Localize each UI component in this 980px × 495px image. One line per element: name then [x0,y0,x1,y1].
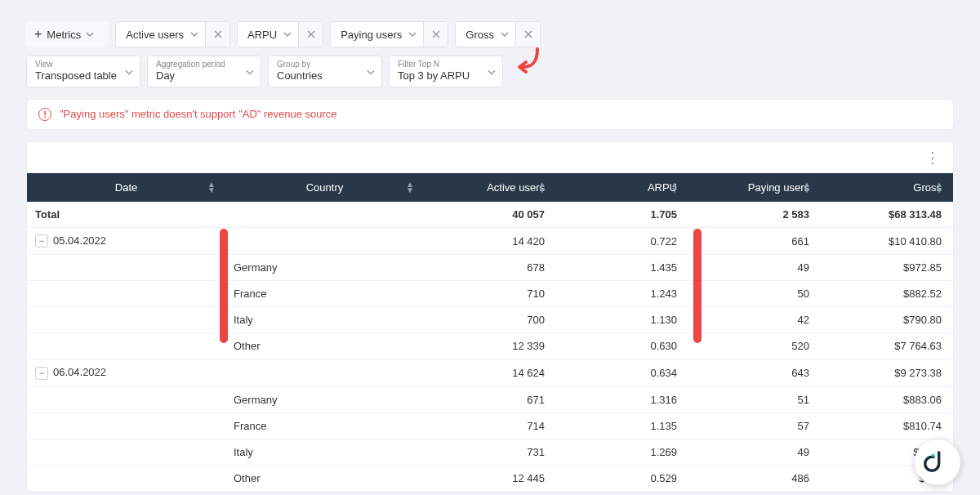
table-row: France7101.24350$882.52 [27,281,953,307]
total-active-users: 40 057 [424,202,556,228]
kebab-menu-icon[interactable]: ⋮ [925,149,940,167]
col-gross[interactable]: Gross▲▼ [821,173,953,202]
country-cell: France [225,281,424,307]
chevron-down-icon [125,65,133,78]
cell-arpu: 1.135 [556,413,688,439]
cell-paying-users: 49 [688,255,821,281]
chevron-down-icon [86,32,100,37]
cell-gross: $883.06 [821,387,953,413]
cell-paying-users: 486 [688,466,821,492]
brand-logo[interactable] [915,439,960,485]
cell-arpu: 1.130 [556,307,688,333]
country-cell: Italy [225,307,424,333]
remove-chip-button[interactable] [423,22,448,47]
cell-gross: $9 273.38 [821,359,953,387]
report-card: ⋮ Date▲▼ Country▲▼ Active users▲▼ ARPU▲▼… [26,141,954,493]
view-label: View [35,60,131,69]
table-row: Other12 3390.630520$7 764.63 [27,333,953,359]
metric-chip[interactable]: Active users [115,21,230,47]
total-row: Total 40 057 1.705 2 583 $68 313.48 [27,202,953,228]
col-active-users[interactable]: Active users▲▼ [424,173,556,202]
metrics-toolbar: + Metrics Active usersARPUPaying usersGr… [0,0,980,56]
warning-banner: ! "Paying users" metric doesn't support … [26,99,954,130]
view-dropdown[interactable]: View Transposed table [26,56,140,87]
chevron-down-icon [246,65,254,78]
warning-icon: ! [38,108,51,121]
aggregation-label: Aggregation period [156,60,252,69]
remove-chip-button[interactable] [515,22,540,47]
cell-active-users: 14 420 [424,227,556,255]
cell-active-users: 714 [424,413,556,439]
table-row: −05.04.202214 4200.722661$10 410.80 [27,227,953,255]
chevron-down-icon [488,65,496,78]
cell-active-users: 671 [424,387,556,413]
view-value: Transposed table [35,69,131,83]
chip-label: Paying users [331,29,408,41]
chevron-down-icon [283,32,298,37]
table-row: −06.04.202214 6240.634643$9 273.38 [27,359,953,387]
metric-chip[interactable]: ARPU [237,21,323,47]
metrics-label: Metrics [47,29,81,41]
metric-chip[interactable]: Paying users [330,21,448,47]
cell-arpu: 1.243 [556,281,688,307]
col-paying-users[interactable]: Paying users▲▼ [688,173,821,202]
cell-paying-users: 51 [688,387,821,413]
filter-value: Top 3 by ARPU [398,69,494,83]
table-row: Italy7001.13042$790.80 [27,307,953,333]
cell-gross: $972.85 [821,255,953,281]
cell-gross: $790.80 [821,307,953,333]
chevron-down-icon [367,65,375,78]
country-cell: Other [225,466,424,492]
cell-paying-users: 520 [688,333,821,359]
collapse-button[interactable]: − [35,367,48,380]
aggregation-dropdown[interactable]: Aggregation period Day [147,56,261,87]
cell-arpu: 0.529 [556,466,688,492]
country-cell: Germany [225,255,424,281]
chevron-down-icon [501,32,515,37]
cell-arpu: 1.269 [556,439,688,466]
sort-icon: ▲▼ [538,181,546,193]
col-country[interactable]: Country▲▼ [225,173,424,202]
svg-rect-0 [932,454,934,457]
sort-icon: ▲▼ [207,181,216,193]
chip-label: Gross [456,29,501,41]
report-table: Date▲▼ Country▲▼ Active users▲▼ ARPU▲▼ P… [27,173,953,492]
groupby-dropdown[interactable]: Group by Countries [268,56,382,87]
sort-icon: ▲▼ [406,181,414,193]
cell-gross: $810.74 [821,413,953,439]
collapse-button[interactable]: − [35,234,48,247]
cell-arpu: 0.634 [556,359,688,387]
filter-topn-dropdown[interactable]: Filter Top N Top 3 by ARPU [389,56,503,87]
metric-chip[interactable]: Gross [455,21,541,47]
aggregation-value: Day [156,69,252,83]
table-row: Germany6711.31651$883.06 [27,387,953,413]
table-row: Other12 4450.529486$6… [27,466,953,492]
col-arpu[interactable]: ARPU▲▼ [556,173,688,202]
remove-chip-button[interactable] [298,22,323,47]
cell-arpu: 0.722 [556,227,688,255]
total-arpu: 1.705 [556,202,688,228]
cell-paying-users: 42 [688,307,821,333]
cell-gross: $882.52 [821,281,953,307]
filter-label: Filter Top N [398,60,494,69]
logo-icon [924,448,951,476]
total-label: Total [27,202,225,228]
table-header-row: Date▲▼ Country▲▼ Active users▲▼ ARPU▲▼ P… [27,173,953,202]
sort-icon: ▲▼ [803,181,811,193]
cell-arpu: 0.630 [556,333,688,359]
country-cell: Italy [225,439,424,466]
table-row: Germany6781.43549$972.85 [27,255,953,281]
cell-paying-users: 49 [688,439,821,466]
remove-chip-button[interactable] [205,22,229,47]
cell-paying-users: 643 [688,359,821,387]
total-gross: $68 313.48 [821,202,953,228]
add-metrics-button[interactable]: + Metrics [26,21,109,47]
cell-paying-users: 50 [688,281,821,307]
sort-icon: ▲▼ [935,181,943,193]
col-date[interactable]: Date▲▼ [27,173,225,202]
country-cell: France [225,413,424,439]
date-cell: −05.04.2022 [27,227,225,255]
cell-active-users: 14 624 [424,359,556,387]
cell-arpu: 1.316 [556,387,688,413]
country-cell: Germany [225,387,424,413]
